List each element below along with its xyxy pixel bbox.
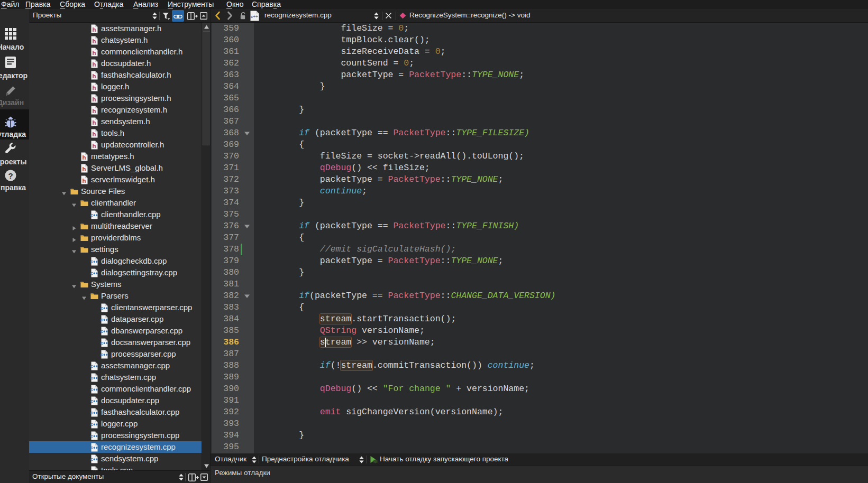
svg-text:c: c bbox=[100, 340, 103, 346]
svg-text:h: h bbox=[92, 85, 96, 91]
svg-text:h: h bbox=[92, 143, 96, 149]
svg-text:c: c bbox=[90, 270, 93, 276]
svg-text:c: c bbox=[90, 363, 93, 369]
svg-text:c: c bbox=[100, 351, 103, 357]
svg-text:c: c bbox=[90, 410, 93, 415]
svg-text:c: c bbox=[90, 433, 93, 439]
svg-text:h: h bbox=[92, 108, 96, 114]
svg-text:c++: c++ bbox=[251, 14, 258, 19]
svg-text:h: h bbox=[92, 119, 96, 126]
svg-text:h: h bbox=[92, 38, 96, 44]
svg-text:c: c bbox=[90, 375, 93, 380]
svg-text:h: h bbox=[92, 96, 96, 103]
svg-text:c: c bbox=[90, 456, 93, 462]
svg-text:c: c bbox=[90, 398, 93, 404]
svg-text:h: h bbox=[92, 73, 96, 79]
svg-text:h: h bbox=[92, 26, 96, 33]
svg-text:c: c bbox=[100, 317, 103, 322]
svg-text:h: h bbox=[92, 131, 96, 137]
svg-text:?: ? bbox=[8, 171, 13, 180]
svg-text:c: c bbox=[90, 258, 93, 264]
svg-text:h: h bbox=[82, 166, 86, 172]
svg-text:c: c bbox=[90, 444, 93, 450]
svg-text:c: c bbox=[90, 421, 93, 427]
svg-text:c: c bbox=[90, 212, 93, 218]
svg-text:c: c bbox=[90, 386, 93, 392]
svg-text:c: c bbox=[100, 305, 103, 311]
svg-text:h: h bbox=[92, 61, 96, 68]
svg-text:h: h bbox=[92, 50, 96, 56]
svg-text:h: h bbox=[82, 178, 86, 184]
svg-text:c: c bbox=[100, 328, 103, 334]
svg-text:h: h bbox=[82, 154, 86, 161]
